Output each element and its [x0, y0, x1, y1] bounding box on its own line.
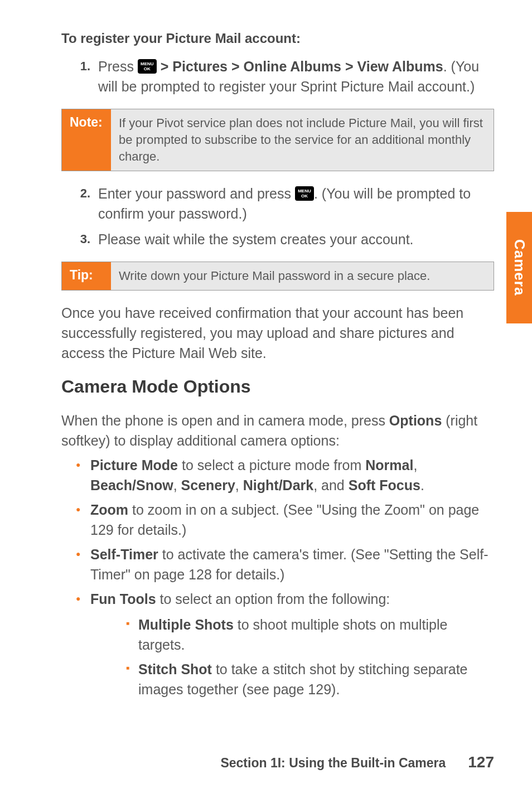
note-callout: Note: If your Pivot service plan does no…	[61, 109, 494, 171]
menu-icon-bottom: OK	[301, 194, 308, 199]
footer-section-title: Section 1I: Using the Built-in Camera	[220, 756, 446, 771]
bullet-body: Zoom to zoom in on a subject. (See "Usin…	[90, 500, 494, 540]
tip-body: Write down your Picture Mail password in…	[111, 262, 494, 290]
sub-bullet-list: Multiple Shots to shoot multiple shots o…	[76, 615, 494, 699]
options-bullet-list: Picture Mode to select a picture mode fr…	[61, 455, 494, 699]
bullet-dot-icon	[76, 544, 90, 584]
bullet-bold-text: Night/Dark	[243, 477, 313, 493]
bullet-bold-text: Multiple Shots	[138, 617, 234, 632]
step-1: 1. Press MENU OK > Pictures > Online Alb…	[77, 56, 494, 96]
bullet-dot-icon	[76, 500, 90, 540]
para2-bold: Options	[389, 413, 442, 428]
menu-ok-icon: MENU OK	[295, 186, 314, 201]
bullet-bold-text: Zoom	[90, 502, 128, 518]
bullet-item: Fun Tools to select an option from the f…	[76, 589, 494, 610]
step-body: Press MENU OK > Pictures > Online Albums…	[98, 56, 494, 96]
note-body: If your Pivot service plan does not incl…	[111, 109, 494, 171]
bullet-body: Picture Mode to select a picture mode fr…	[90, 455, 494, 495]
steps-block-2: 2. Enter your password and press MENU OK…	[61, 183, 494, 249]
step-body: Enter your password and press MENU OK . …	[98, 183, 494, 224]
menu-icon-bottom: OK	[144, 66, 151, 71]
sub-bullet-item: Multiple Shots to shoot multiple shots o…	[126, 615, 494, 655]
bullet-text: , and	[313, 477, 349, 493]
menu-icon-top: MENU	[141, 61, 154, 66]
menu-ok-icon: MENU OK	[138, 59, 157, 74]
steps-block-1: 1. Press MENU OK > Pictures > Online Alb…	[61, 56, 494, 96]
page-footer: Section 1I: Using the Built-in Camera 12…	[61, 753, 494, 771]
step-2: 2. Enter your password and press MENU OK…	[77, 183, 494, 224]
bullet-item: Picture Mode to select a picture mode fr…	[76, 455, 494, 495]
bullet-text: .	[420, 477, 424, 493]
sub-bullet-square-icon	[126, 659, 138, 699]
para2-prefix: When the phone is open and in camera mod…	[61, 413, 389, 428]
tip-label: Tip:	[62, 262, 111, 290]
bullet-text: ,	[173, 477, 181, 493]
bullet-item: Zoom to zoom in on a subject. (See "Usin…	[76, 500, 494, 540]
step-text-prefix: Enter your password and press	[98, 186, 295, 201]
bullet-bold-text: Fun Tools	[90, 591, 156, 607]
step-bold: > Pictures > Online Albums > View Albums	[161, 59, 443, 74]
bullet-text: to select an option from the following:	[156, 591, 390, 607]
sub-bullet-square-icon	[126, 615, 138, 655]
tip-callout: Tip: Write down your Picture Mail passwo…	[61, 262, 494, 291]
note-label: Note:	[62, 109, 111, 171]
bullet-item: Self-Timer to activate the camera's time…	[76, 544, 494, 584]
menu-icon-top: MENU	[298, 188, 311, 194]
step-text-prefix: Press	[98, 59, 138, 74]
bullet-text: ,	[413, 457, 417, 473]
heading-camera-mode-options: Camera Mode Options	[61, 376, 494, 397]
step-number: 3.	[77, 229, 98, 249]
options-intro-paragraph: When the phone is open and in camera mod…	[61, 410, 494, 451]
bullet-bold-text: Soft Focus	[349, 477, 420, 493]
bullet-dot-icon	[76, 455, 90, 495]
sub-bullet-item: Stitch Shot to take a stitch shot by sti…	[126, 659, 494, 699]
bullet-dot-icon	[76, 589, 90, 610]
subheading-register: To register your Picture Mail account:	[61, 31, 494, 46]
bullet-bold-text: Self-Timer	[90, 546, 158, 562]
step-3: 3. Please wait while the system creates …	[77, 229, 494, 249]
bullet-text: to zoom in on a subject. (See "Using the…	[90, 502, 479, 538]
sub-bullet-body: Stitch Shot to take a stitch shot by sti…	[138, 659, 494, 699]
bullet-body: Fun Tools to select an option from the f…	[90, 589, 494, 610]
confirmation-paragraph: Once you have received confirmation that…	[61, 303, 494, 363]
bullet-bold-text: Picture Mode	[90, 457, 178, 473]
bullet-bold-text: Normal	[365, 457, 413, 473]
step-body: Please wait while the system creates you…	[98, 229, 494, 249]
bullet-bold-text: Scenery	[181, 477, 235, 493]
step-number: 2.	[77, 183, 98, 224]
step-number: 1.	[77, 56, 98, 96]
bullet-text: ,	[235, 477, 243, 493]
bullet-text: to select a picture mode from	[178, 457, 365, 473]
bullet-bold-text: Stitch Shot	[138, 661, 212, 677]
footer-page-number: 127	[468, 753, 494, 771]
bullet-bold-text: Beach/Snow	[90, 477, 173, 493]
sidebar-tab-camera: Camera	[506, 212, 532, 323]
sub-bullet-body: Multiple Shots to shoot multiple shots o…	[138, 615, 494, 655]
bullet-body: Self-Timer to activate the camera's time…	[90, 544, 494, 584]
